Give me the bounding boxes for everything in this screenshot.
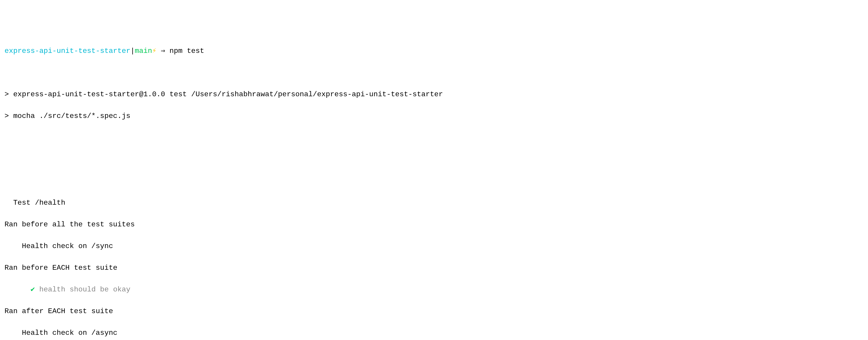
after-each-hook-1: Ran after EACH test suite bbox=[4, 306, 864, 317]
lightning-icon: ⚡ bbox=[152, 47, 156, 55]
git-branch: main bbox=[135, 47, 152, 55]
blank-line bbox=[4, 154, 864, 165]
npm-command: mocha ./src/tests/*.spec.js bbox=[13, 112, 130, 120]
pipe-separator: | bbox=[130, 47, 135, 55]
prompt-line[interactable]: express-api-unit-test-starter|main⚡ ⇒ np… bbox=[4, 46, 864, 57]
npm-output-line-1: > express-api-unit-test-starter@1.0.0 te… bbox=[4, 89, 864, 100]
npm-prefix: > bbox=[4, 90, 13, 99]
blank-line bbox=[4, 176, 864, 186]
blank-line bbox=[4, 67, 864, 78]
test-indent bbox=[4, 285, 31, 294]
prompt-arrow: ⇒ bbox=[161, 47, 165, 55]
checkmark-icon: ✔ bbox=[31, 285, 35, 294]
before-all-hook: Ran before all the test suites bbox=[4, 219, 864, 230]
project-name: express-api-unit-test-starter bbox=[4, 47, 130, 55]
command-text: npm test bbox=[169, 47, 204, 55]
test-result-1: ✔ health should be okay bbox=[4, 284, 864, 295]
context-2-title: Health check on /async bbox=[4, 328, 864, 338]
npm-script-info: express-api-unit-test-starter@1.0.0 test… bbox=[13, 90, 443, 99]
npm-output-line-2: > mocha ./src/tests/*.spec.js bbox=[4, 111, 864, 122]
suite-title: Test /health bbox=[4, 198, 864, 208]
context-1-title: Health check on /sync bbox=[4, 241, 864, 252]
blank-line bbox=[4, 132, 864, 143]
test-description: health should be okay bbox=[35, 285, 130, 294]
before-each-hook-1: Ran before EACH test suite bbox=[4, 263, 864, 273]
npm-prefix-2: > bbox=[4, 112, 13, 120]
